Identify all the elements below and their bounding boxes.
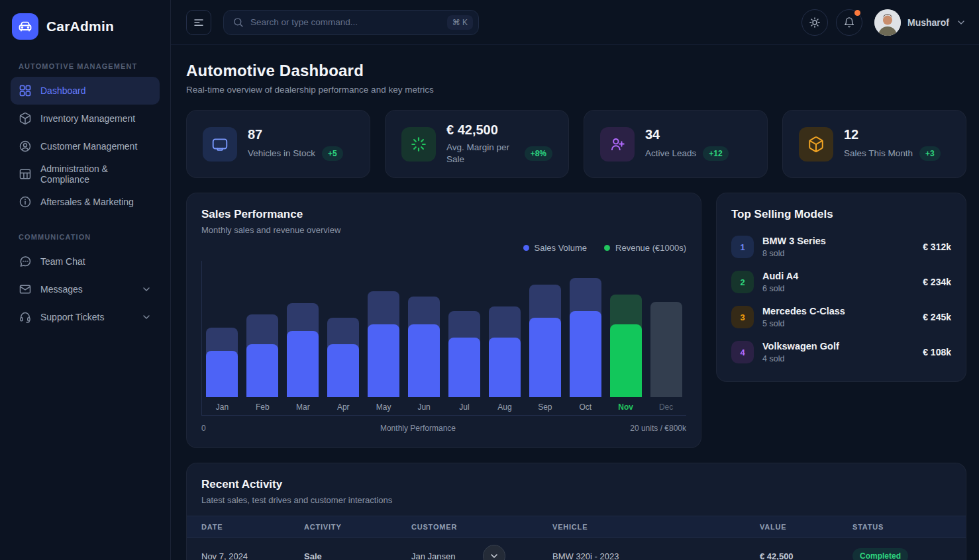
legend-label: Revenue (€1000s): [615, 243, 686, 253]
activity-title: Recent Activity: [201, 478, 951, 491]
sidebar-item-administration[interactable]: Administration & Compliance: [11, 160, 160, 188]
bar-group[interactable]: [570, 265, 601, 397]
bar-group[interactable]: [287, 265, 319, 397]
theme-toggle-button[interactable]: [801, 9, 828, 36]
bar-group[interactable]: [206, 265, 238, 397]
model-value: € 245k: [923, 312, 951, 322]
chart-title: Sales Performance: [201, 208, 686, 221]
sidebar-item-support-tickets[interactable]: Support Tickets: [11, 303, 160, 331]
bar-group[interactable]: [529, 265, 561, 397]
notifications-button[interactable]: [836, 9, 862, 36]
model-sold-count: 8 sold: [762, 249, 826, 258]
x-axis-title: Monthly Performance: [380, 424, 456, 433]
sidebar-item-label: Aftersales & Marketing: [40, 197, 134, 207]
model-sold-count: 5 sold: [762, 319, 845, 328]
bar-group[interactable]: [368, 265, 399, 397]
bar-group[interactable]: [650, 265, 682, 397]
user-circle-icon: [19, 140, 32, 153]
table-header-row: Date Activity Customer Vehicle Value Sta…: [187, 516, 966, 538]
x-axis-tick-label: May: [376, 402, 391, 412]
chart-month-sep: Sep: [525, 265, 565, 415]
sidebar-item-customers[interactable]: Customer Management: [11, 132, 160, 160]
bar-group[interactable]: [448, 265, 480, 397]
model-value: € 108k: [923, 347, 951, 357]
stat-value: 34: [645, 127, 729, 142]
x-axis-tick-label: Jul: [459, 402, 469, 412]
column-header-customer: Customer: [411, 516, 552, 538]
stat-card-active-leads: 34 Active Leads +12: [584, 110, 768, 178]
cell-vehicle: BMW 320i - 2023: [552, 538, 760, 560]
bar-sales-volume: [287, 331, 319, 397]
model-name: Volkswagen Golf: [762, 341, 839, 351]
stat-label: Vehicles in Stock: [248, 148, 315, 160]
x-axis-tick-label: Jan: [216, 402, 229, 412]
column-header-value: Value: [760, 516, 852, 538]
model-list-item[interactable]: 1 BMW 3 Series 8 sold € 312k: [731, 229, 951, 264]
sidebar-item-aftersales[interactable]: Aftersales & Marketing: [11, 188, 160, 216]
chart-month-feb: Feb: [242, 265, 283, 415]
chart-plot: JanFebMarAprMayJunJulAugSepOctNovDec: [201, 261, 686, 416]
rank-badge: 4: [731, 341, 754, 363]
legend-revenue[interactable]: Revenue (€1000s): [604, 243, 686, 253]
x-axis-tick-label: Feb: [256, 402, 270, 412]
bar-sales-volume: [327, 344, 359, 397]
search-input[interactable]: Search or type command... ⌘ K: [223, 10, 479, 35]
bar-sales-volume: [448, 338, 480, 397]
model-list-item[interactable]: 3 Mercedes C-Class 5 sold € 245k: [731, 299, 951, 334]
sidebar-item-inventory[interactable]: Inventory Management: [11, 105, 160, 132]
bar-sales-volume: [246, 344, 278, 397]
page-subtitle: Real-time overview of dealership perform…: [186, 85, 966, 95]
bar-group[interactable]: [408, 265, 440, 397]
sidebar-item-messages[interactable]: Messages: [11, 275, 160, 303]
sidebar-nav-communication: Team Chat Messages Support Tickets: [11, 248, 160, 331]
x-axis-tick-label: Aug: [497, 402, 511, 412]
model-list-item[interactable]: 4 Volkswagen Golf 4 sold € 108k: [731, 334, 951, 369]
chart-legend: Sales Volume Revenue (€1000s): [201, 243, 686, 253]
activity-subtitle: Latest sales, test drives and customer i…: [201, 495, 951, 505]
chevron-down-icon: [956, 17, 966, 28]
table-icon: [19, 167, 32, 181]
x-axis-tick-label: Apr: [337, 402, 350, 412]
top-selling-models-card: Top Selling Models 1 BMW 3 Series 8 sold…: [716, 193, 966, 382]
stat-delta-badge: +8%: [525, 146, 552, 161]
bar-sales-volume: [408, 324, 440, 397]
model-value: € 234k: [923, 277, 951, 287]
chart-month-aug: Aug: [484, 265, 525, 415]
stat-value: € 42,500: [446, 122, 552, 138]
sidebar-item-label: Team Chat: [40, 256, 85, 267]
chart-month-jun: Jun: [404, 265, 444, 415]
model-sold-count: 4 sold: [762, 354, 839, 363]
model-list-item[interactable]: 2 Audi A4 6 sold € 234k: [731, 264, 951, 299]
sidebar-item-dashboard[interactable]: Dashboard: [11, 77, 160, 105]
mail-icon: [19, 283, 32, 296]
bar-group[interactable]: [610, 265, 642, 397]
bar-group[interactable]: [327, 265, 359, 397]
bell-icon: [843, 17, 855, 28]
bar-group[interactable]: [246, 265, 278, 397]
car-logo-icon: [12, 13, 38, 40]
bar-group[interactable]: [489, 265, 521, 397]
stat-value: 12: [844, 127, 941, 142]
bar-sales-volume: [206, 351, 238, 397]
legend-dot-revenue: [604, 245, 610, 251]
stat-label: Active Leads: [645, 148, 696, 160]
stat-card-sales-this-month: 12 Sales This Month +3: [782, 110, 966, 178]
sidebar-item-label: Customer Management: [40, 141, 137, 152]
sun-icon: [809, 17, 821, 28]
sidebar-item-team-chat[interactable]: Team Chat: [11, 248, 160, 275]
top-models-list: 1 BMW 3 Series 8 sold € 312k 2 Audi A4 6…: [731, 229, 951, 369]
brand-logo[interactable]: CarAdmin: [11, 9, 160, 45]
search-shortcut-badge: ⌘ K: [447, 15, 473, 30]
x-axis-tick-label: Dec: [659, 402, 673, 412]
legend-sales-volume[interactable]: Sales Volume: [523, 243, 588, 253]
chevron-down-icon: [141, 312, 152, 322]
sidebar-toggle-button[interactable]: [186, 10, 211, 35]
chevron-down-icon: [489, 551, 499, 560]
search-placeholder: Search or type command...: [250, 17, 440, 27]
chevron-down-icon: [141, 284, 152, 295]
page-title: Automotive Dashboard: [186, 62, 966, 80]
user-menu[interactable]: Musharof: [874, 9, 966, 36]
cell-value: € 42,500: [760, 538, 852, 560]
chart-month-mar: Mar: [283, 265, 323, 415]
top-models-title: Top Selling Models: [731, 208, 951, 221]
